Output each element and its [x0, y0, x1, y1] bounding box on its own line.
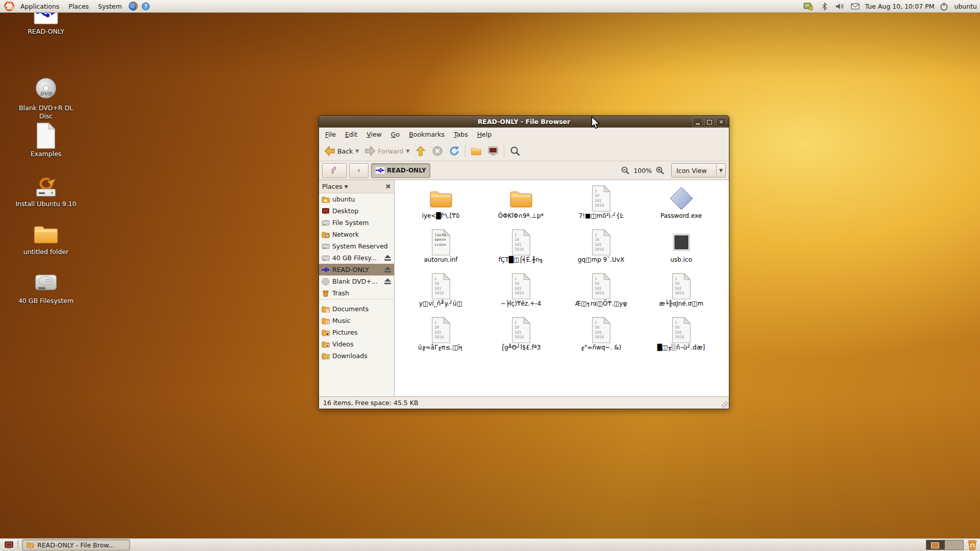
help-launcher-icon[interactable]: ?	[141, 2, 150, 11]
show-desktop-icon	[5, 541, 13, 549]
network-status-icon[interactable]	[803, 1, 814, 11]
file-item[interactable]: 1101011010 7!■◫mδ²ì.┘{Ŀ	[561, 185, 641, 229]
desktop-icon[interactable]: DVD Blank DVD+R DL Disc	[12, 77, 80, 120]
up-button[interactable]	[412, 143, 429, 159]
menu-item[interactable]: Go	[387, 129, 404, 140]
minimize-button[interactable]	[693, 117, 703, 127]
sidebar-item[interactable]: READ-ONLY	[319, 264, 394, 276]
sidebar-item[interactable]: ubuntu	[319, 193, 394, 205]
forward-button[interactable]: Forward ▼	[362, 143, 412, 159]
sidebar-item[interactable]: Downloads	[319, 350, 394, 362]
binary-file-icon: 1101011010	[589, 229, 614, 256]
zoom-in-icon[interactable]	[655, 166, 665, 175]
sidebar-item[interactable]: Documents	[319, 303, 394, 315]
menu-item[interactable]: Edit	[341, 129, 361, 140]
desktop-icon[interactable]: Examples	[12, 122, 80, 158]
tasklist-handle[interactable]	[17, 541, 19, 549]
file-name: y◫ví_ñ╜y.┘ü◫	[419, 300, 462, 308]
autorun-file-icon: [autoopen=icon=	[429, 229, 453, 256]
svg-text:DVD: DVD	[40, 91, 53, 96]
back-dropdown-icon[interactable]: ▼	[355, 148, 359, 154]
file-item[interactable]: Password.exe	[641, 185, 721, 229]
sidebar-header[interactable]: Places ▼ ✖	[319, 180, 394, 193]
back-button[interactable]: Back ▼	[322, 143, 361, 159]
scroll-left-button[interactable]: ‹	[349, 163, 369, 178]
computer-button[interactable]	[485, 143, 501, 159]
panel-menu[interactable]: System	[94, 2, 126, 11]
zoom-out-icon[interactable]	[621, 166, 630, 175]
show-desktop-button[interactable]	[1, 539, 16, 550]
desktop-icon[interactable]: 40 GB Filesystem	[12, 269, 80, 305]
stop-button[interactable]	[429, 143, 446, 159]
menu-item[interactable]: View	[362, 129, 386, 140]
reload-button[interactable]	[446, 143, 462, 159]
breadcrumb-button[interactable]: READ-ONLY	[371, 163, 430, 178]
forward-dropdown-icon[interactable]: ▼	[406, 148, 410, 154]
window-titlebar[interactable]: READ-ONLY - File Browser ✕	[319, 116, 729, 128]
taskbar-window-button[interactable]: READ-ONLY - File Brow...	[22, 539, 130, 550]
sidebar-item[interactable]: System Reserved	[319, 240, 394, 252]
sidebar-item-label: Pictures	[332, 329, 358, 336]
eject-icon[interactable]	[384, 278, 391, 285]
eject-icon[interactable]	[384, 255, 391, 261]
file-item[interactable]: usb.ico	[641, 229, 721, 273]
file-item[interactable]: 1101011010 y◫ví_ñ╜y.┘ü◫	[401, 273, 481, 317]
file-browser-window: READ-ONLY - File Browser ✕ FileEditViewG…	[318, 115, 729, 409]
close-button[interactable]: ✕	[716, 117, 726, 127]
bluetooth-icon[interactable]	[820, 2, 829, 11]
desktop-icon[interactable]: Install Ubuntu 9.10	[12, 172, 80, 208]
sidebar-item[interactable]: Desktop	[319, 205, 394, 217]
sidebar-item[interactable]: Music	[319, 315, 394, 327]
sidebar-item[interactable]: File System	[319, 217, 394, 229]
svg-text:1010: 1010	[595, 247, 604, 252]
sidebar-item[interactable]: Blank DVD+...	[319, 276, 394, 287]
bottom-taskbar: READ-ONLY - File Brow...	[0, 538, 980, 551]
clock[interactable]: Tue Aug 10, 10:07 PM	[865, 3, 935, 10]
volume-icon[interactable]	[836, 2, 844, 11]
sidebar-item[interactable]: Network	[319, 229, 394, 240]
panel-menu[interactable]: Applications	[16, 2, 63, 11]
sidebar-close-icon[interactable]: ✖	[385, 183, 391, 190]
menu-item[interactable]: Tabs	[450, 129, 472, 140]
menu-item[interactable]: Help	[473, 129, 496, 140]
file-item[interactable]: 1101011010 æ╘╟αJné.σ◫m	[641, 273, 721, 317]
places-sidebar: Places ▼ ✖ ubuntu D	[319, 180, 395, 396]
file-item[interactable]: 1101011010 gq◫mp 9`.UvX	[561, 229, 641, 273]
search-button[interactable]	[507, 143, 523, 159]
power-icon[interactable]	[940, 2, 948, 11]
ubuntu-logo-icon[interactable]	[4, 1, 14, 11]
workspace-2[interactable]	[945, 540, 963, 549]
sidebar-item[interactable]: Trash	[319, 287, 394, 299]
file-item[interactable]: iye<█fⁿ\.[₸δ	[401, 185, 481, 229]
eject-icon[interactable]	[384, 266, 391, 273]
trash-applet-icon[interactable]	[967, 539, 978, 550]
desktop-icon[interactable]: untitled folder	[12, 220, 80, 256]
view-mode-select[interactable]: Icon View ▼	[671, 163, 726, 178]
file-item[interactable]: 1101011010 █◫╥░ñ–ù┘.dæ]	[641, 317, 721, 361]
workspace-switcher[interactable]	[926, 540, 964, 550]
firefox-launcher-icon[interactable]	[128, 1, 138, 11]
edit-location-button[interactable]	[322, 163, 347, 178]
svg-text:1: 1	[434, 277, 437, 281]
session-username[interactable]: ubuntu	[954, 3, 977, 10]
file-item[interactable]: 1101011010 ~╞îç)₸êz.+-4	[481, 273, 561, 317]
resize-grip[interactable]	[721, 401, 728, 408]
file-item[interactable]: ÖΦKîΦ∩9ª.⊥p*	[481, 185, 561, 229]
file-item[interactable]: [autoopen=icon= autorun.inf	[401, 229, 481, 273]
sidebar-item[interactable]: Pictures	[319, 327, 394, 338]
home-button[interactable]	[468, 143, 484, 159]
file-item[interactable]: 1101011010 ú╔≈åΓ╓π≤.◫ï╕	[401, 317, 481, 361]
file-item[interactable]: 1101011010 ╓"=ñwq~. &)	[561, 317, 641, 361]
workspace-1[interactable]	[926, 540, 945, 549]
maximize-button[interactable]	[704, 117, 715, 127]
sidebar-item[interactable]: Videos	[319, 338, 394, 350]
sidebar-item[interactable]: 40 GB Filesy...	[319, 252, 394, 264]
mail-icon[interactable]	[851, 2, 860, 11]
panel-menu[interactable]: Places	[64, 2, 93, 11]
menu-item[interactable]: File	[321, 129, 340, 140]
file-item[interactable]: 1101011010 ⌠g╨Θ┘î$£.fª3	[481, 317, 561, 361]
file-item[interactable]: 1101011010 Æ◫╕rα◫Ö₸.◫yφ	[561, 273, 641, 317]
file-item[interactable]: 1101011010 fÇT█◫⌠╡É.╫n╖	[481, 229, 561, 273]
folder-icon	[509, 185, 533, 212]
menu-item[interactable]: Bookmarks	[405, 129, 449, 140]
